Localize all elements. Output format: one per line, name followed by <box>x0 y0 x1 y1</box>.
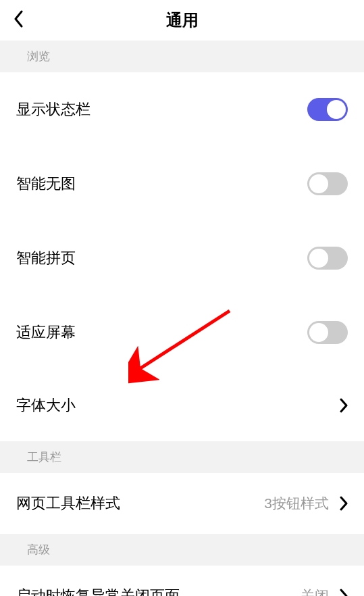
section-header-advanced: 高级 <box>0 534 364 566</box>
setting-row-font-size[interactable]: 字体大小 <box>0 370 364 441</box>
setting-row-smart-paging[interactable]: 智能拼页 <box>0 221 364 295</box>
back-button[interactable] <box>14 10 23 30</box>
page-title: 通用 <box>166 9 199 31</box>
setting-value: 3按钮样式 <box>264 494 329 513</box>
toggle-knob <box>309 249 328 268</box>
setting-label: 字体大小 <box>16 395 76 416</box>
setting-row-fit-screen[interactable]: 适应屏幕 <box>0 295 364 370</box>
setting-row-restore-on-crash[interactable]: 启动时恢复异常关闭页面 关闭 <box>0 566 364 596</box>
toggle-smart-paging[interactable] <box>307 247 348 270</box>
setting-row-web-toolbar-style[interactable]: 网页工具栏样式 3按钮样式 <box>0 473 364 534</box>
toggle-knob <box>309 174 328 193</box>
setting-label: 启动时恢复异常关闭页面 <box>16 586 180 596</box>
toggle-smart-no-image[interactable] <box>307 172 348 195</box>
setting-right: 3按钮样式 <box>264 494 348 513</box>
section-header-browse: 浏览 <box>0 41 364 72</box>
header: 通用 <box>0 0 364 41</box>
chevron-right-icon <box>340 496 348 511</box>
toggle-knob <box>309 323 328 342</box>
setting-right <box>340 398 348 413</box>
setting-label: 适应屏幕 <box>16 322 76 343</box>
setting-row-smart-no-image[interactable]: 智能无图 <box>0 147 364 221</box>
toggle-status-bar[interactable] <box>307 98 348 121</box>
setting-label: 显示状态栏 <box>16 99 90 120</box>
toggle-knob <box>327 100 346 119</box>
section-header-toolbar: 工具栏 <box>0 441 364 473</box>
chevron-right-icon <box>340 398 348 413</box>
setting-row-status-bar[interactable]: 显示状态栏 <box>0 72 364 147</box>
chevron-right-icon <box>340 589 348 596</box>
setting-label: 智能无图 <box>16 174 76 194</box>
setting-label: 网页工具栏样式 <box>16 493 120 514</box>
chevron-left-icon <box>14 10 23 28</box>
setting-value: 关闭 <box>301 587 329 596</box>
setting-label: 智能拼页 <box>16 248 76 268</box>
toggle-fit-screen[interactable] <box>307 321 348 344</box>
setting-right: 关闭 <box>301 587 348 596</box>
